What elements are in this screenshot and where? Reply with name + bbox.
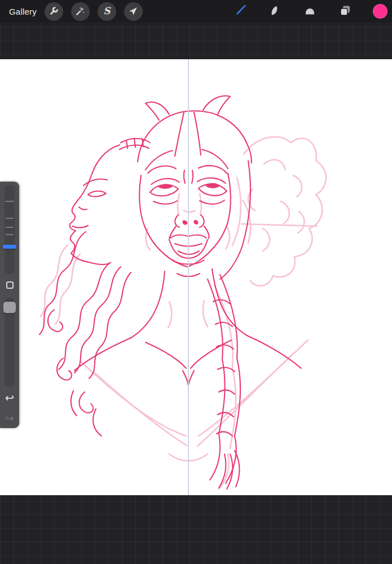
- wrench-icon: [49, 6, 59, 16]
- redo-button[interactable]: ↪: [0, 411, 19, 425]
- layers-icon: [338, 4, 352, 19]
- layers-button[interactable]: [338, 4, 353, 19]
- brush-size-handle[interactable]: [3, 245, 16, 249]
- top-toolbar: Gallery: [0, 0, 392, 23]
- transform-arrow-icon: [128, 6, 138, 16]
- drawing-canvas[interactable]: [0, 59, 392, 495]
- slider-tick: [6, 218, 14, 219]
- selection-s-icon: S: [103, 6, 110, 16]
- actions-button[interactable]: [45, 2, 63, 21]
- smudge-tool-button[interactable]: [268, 4, 283, 19]
- sketch-light-strokes: [41, 137, 326, 489]
- artwork-sketch: [0, 59, 392, 495]
- adjustments-button[interactable]: [71, 2, 90, 21]
- eraser-tool-button[interactable]: [303, 4, 318, 19]
- opacity-handle[interactable]: [3, 302, 16, 313]
- toolbar-right-group: [233, 4, 392, 19]
- eraser-icon: [303, 4, 317, 19]
- brush-size-slider[interactable]: [5, 185, 15, 274]
- symmetry-guide-line: [188, 59, 189, 495]
- paint-tool-button[interactable]: [233, 4, 248, 19]
- transform-button[interactable]: [124, 2, 143, 21]
- toolbar-left-group: Gallery: [0, 2, 143, 21]
- modify-button[interactable]: [0, 279, 19, 291]
- sliders-panel: ↩ ↪: [0, 182, 19, 428]
- gallery-button[interactable]: Gallery: [9, 7, 37, 16]
- color-swatch[interactable]: [373, 4, 387, 19]
- modify-square-icon: [6, 281, 14, 289]
- procreate-window: Gallery: [0, 0, 392, 564]
- slider-tick: [6, 234, 14, 235]
- smudge-icon: [268, 4, 282, 19]
- brush-icon: [234, 4, 247, 19]
- selection-button[interactable]: S: [98, 2, 116, 21]
- undo-button[interactable]: ↩: [0, 390, 19, 405]
- slider-tick: [6, 227, 14, 228]
- slider-tick: [5, 201, 14, 202]
- magic-wand-icon: [75, 6, 85, 16]
